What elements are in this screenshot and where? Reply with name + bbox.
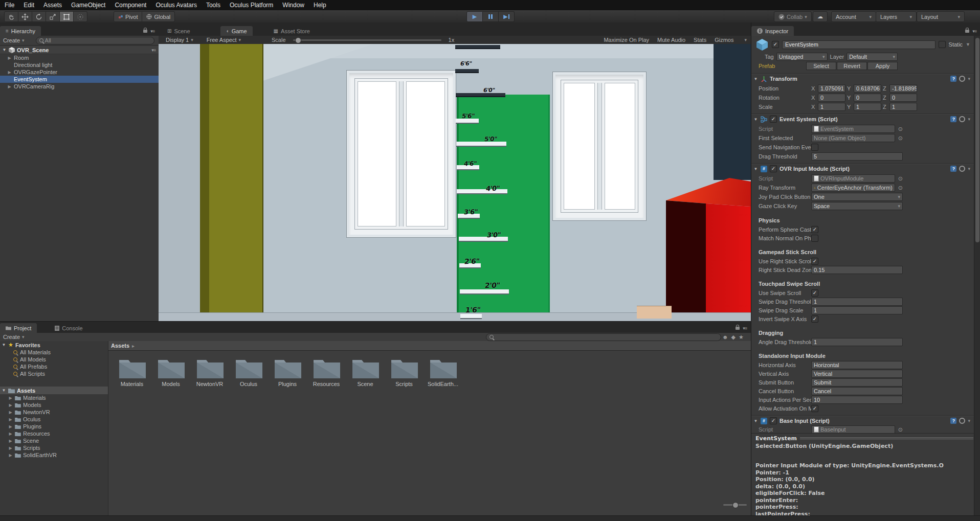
send-navigation-checkbox[interactable] bbox=[811, 144, 818, 151]
menu-item[interactable]: Component bbox=[110, 0, 151, 10]
event-system-header[interactable]: ▼ Event System (Script) ▾ bbox=[751, 114, 974, 124]
expand-arrow[interactable]: ▼ bbox=[2, 48, 7, 52]
position-y-field[interactable]: 0.618706 bbox=[854, 84, 881, 93]
layers-dropdown[interactable]: Layers▾ bbox=[876, 11, 917, 22]
hierarchy-scene-row[interactable]: ▼ OVR_Scene ▾≡ bbox=[0, 46, 159, 54]
lock-icon[interactable] bbox=[143, 30, 147, 33]
menu-item[interactable]: Window bbox=[278, 0, 309, 10]
angle-drag-field[interactable]: 1 bbox=[811, 338, 903, 346]
gear-icon[interactable] bbox=[959, 116, 965, 122]
tab-inspector[interactable]: Inspector bbox=[751, 26, 794, 36]
use-swipe-checkbox[interactable] bbox=[811, 289, 818, 297]
expand-arrow[interactable]: ▶ bbox=[7, 56, 12, 60]
gear-icon[interactable] bbox=[959, 166, 965, 172]
first-selected-field[interactable]: None (Game Object) bbox=[811, 134, 895, 142]
scene-menu-icon[interactable]: ▾≡ bbox=[151, 48, 159, 53]
gameobject-name-field[interactable]: EventSystem bbox=[782, 40, 936, 49]
static-arrow-icon[interactable]: ▼ bbox=[966, 42, 970, 47]
object-picker-icon[interactable]: ⊙ bbox=[898, 135, 903, 142]
rect-tool-button[interactable] bbox=[60, 11, 74, 22]
game-toolbar-button[interactable]: Mute Audio bbox=[654, 37, 689, 43]
search-by-type-icon[interactable]: ☻ bbox=[722, 334, 728, 341]
project-tree-folder[interactable]: ▶ SolidEarthVR bbox=[0, 451, 108, 459]
swipe-scale-field[interactable]: 1 bbox=[811, 306, 903, 314]
joypad-click-dropdown[interactable]: One▾ bbox=[811, 193, 903, 201]
menu-item[interactable]: GameObject bbox=[66, 0, 110, 10]
project-tree-folder[interactable]: ▶ Oculus bbox=[0, 416, 108, 423]
vertical-axis-field[interactable]: Vertical bbox=[811, 370, 903, 378]
icon-size-slider[interactable] bbox=[723, 504, 747, 506]
static-checkbox[interactable] bbox=[939, 41, 946, 48]
asset-folder-tile[interactable]: NewtonVR bbox=[193, 357, 226, 387]
asset-folder-tile[interactable]: SolidEarth... bbox=[427, 357, 459, 387]
scale-tool-button[interactable] bbox=[46, 11, 60, 22]
tab-console[interactable]: Console bbox=[49, 323, 88, 333]
tab-hierarchy[interactable]: ≡Hierarchy bbox=[0, 26, 41, 36]
position-z-field[interactable]: -1.818895 bbox=[889, 84, 917, 93]
component-enabled-checkbox[interactable] bbox=[770, 417, 777, 424]
game-toolbar-button[interactable]: Maximize On Play bbox=[600, 37, 653, 43]
asset-folder-tile[interactable]: Scene bbox=[349, 357, 382, 387]
scale-slider[interactable] bbox=[293, 39, 441, 41]
component-enabled-checkbox[interactable] bbox=[770, 165, 777, 172]
expand-arrow[interactable]: ▶ bbox=[7, 70, 12, 75]
hierarchy-item[interactable]: ▶ OVRCameraRig bbox=[0, 83, 159, 90]
expand-arrow[interactable]: ▶ bbox=[8, 432, 13, 436]
cancel-button-field[interactable]: Cancel bbox=[811, 387, 903, 395]
search-by-label-icon[interactable]: ◆ bbox=[731, 334, 736, 341]
project-search-input[interactable] bbox=[486, 333, 721, 341]
layout-dropdown[interactable]: Layout▾ bbox=[917, 11, 965, 22]
asset-folder-tile[interactable]: Oculus bbox=[232, 357, 265, 387]
tab-game[interactable]: ◖Game bbox=[220, 26, 253, 36]
menu-item[interactable]: Oculus Platform bbox=[225, 0, 278, 10]
tag-dropdown[interactable]: Untagged▾ bbox=[776, 53, 828, 61]
rotation-x-field[interactable]: 0 bbox=[818, 94, 845, 102]
tab-asset-store[interactable]: ▦Asset Store bbox=[268, 26, 316, 36]
gear-icon[interactable] bbox=[959, 76, 965, 82]
asset-folder-tile[interactable]: Scripts bbox=[388, 357, 420, 387]
prefab-button[interactable]: Select bbox=[806, 62, 836, 70]
rotation-z-field[interactable]: 0 bbox=[889, 94, 917, 102]
pause-button[interactable] bbox=[483, 11, 499, 22]
project-tree-folder[interactable]: ▶ Resources bbox=[0, 430, 108, 437]
transform-header[interactable]: ▼ Transform ▾ bbox=[751, 73, 974, 84]
expand-arrow[interactable]: ▶ bbox=[8, 410, 13, 415]
object-picker-icon[interactable]: ⊙ bbox=[898, 175, 903, 182]
expand-arrow[interactable]: ▶ bbox=[8, 446, 13, 450]
input-actions-field[interactable]: 10 bbox=[811, 396, 903, 404]
base-input-header[interactable]: ▼ # Base Input (Script) ▾ bbox=[751, 415, 974, 426]
scale-x-field[interactable]: 1 bbox=[818, 103, 845, 111]
menu-item[interactable]: File bbox=[0, 0, 19, 10]
expand-arrow[interactable]: ▶ bbox=[8, 424, 13, 429]
project-create-button[interactable]: Create▾ bbox=[0, 334, 28, 340]
script-object-field[interactable]: BaseInput bbox=[811, 425, 895, 434]
game-viewport[interactable]: 6'6" 6'0" 5'6" 5'0" bbox=[159, 44, 751, 321]
move-tool-button[interactable] bbox=[18, 11, 32, 22]
expand-arrow[interactable]: ▶ bbox=[7, 84, 12, 89]
gaze-click-dropdown[interactable]: Space▾ bbox=[811, 202, 903, 210]
account-dropdown[interactable]: Account▾ bbox=[831, 11, 876, 22]
tab-scene[interactable]: ⊞Scene bbox=[162, 26, 196, 36]
hierarchy-item[interactable]: Directional light bbox=[0, 61, 159, 69]
favorites-item[interactable]: All Models bbox=[0, 356, 108, 363]
gear-icon[interactable] bbox=[959, 418, 965, 424]
panel-menu-icon[interactable]: ▾≡ bbox=[972, 29, 976, 34]
script-object-field[interactable]: EventSystem bbox=[811, 125, 895, 133]
project-tree-folder[interactable]: ▶ Models bbox=[0, 401, 108, 409]
position-x-field[interactable]: 1.075091 bbox=[818, 84, 845, 93]
expand-arrow[interactable]: ▶ bbox=[8, 403, 13, 407]
hierarchy-item[interactable]: ▶ OVRGazePointer bbox=[0, 69, 159, 76]
submit-button-field[interactable]: Submit bbox=[811, 378, 903, 387]
ray-transform-field[interactable]: CenterEyeAnchor (Transform) bbox=[811, 184, 895, 192]
menu-item[interactable]: Tools bbox=[202, 0, 225, 10]
menu-item[interactable]: Assets bbox=[39, 0, 66, 10]
script-object-field[interactable]: OVRInputModule bbox=[811, 174, 895, 183]
collab-dropdown[interactable]: Collab▾ bbox=[774, 11, 812, 22]
menu-item[interactable]: Oculus Avatars bbox=[151, 0, 201, 10]
active-checkbox[interactable] bbox=[772, 41, 779, 48]
assets-root-row[interactable]: ▼ Assets bbox=[0, 387, 108, 394]
expand-arrow[interactable]: ▶ bbox=[8, 417, 13, 422]
asset-folder-tile[interactable]: Materials bbox=[116, 357, 148, 387]
tab-project[interactable]: Project bbox=[0, 323, 37, 333]
help-icon[interactable] bbox=[950, 418, 956, 424]
